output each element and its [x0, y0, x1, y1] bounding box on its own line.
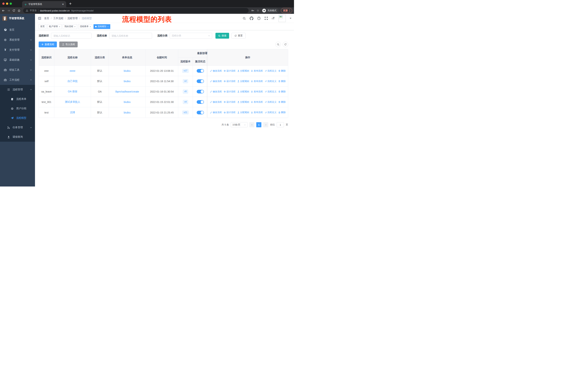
- process-name-link[interactable]: OA 请假: [68, 90, 77, 93]
- avatar-caret-icon[interactable]: [290, 18, 292, 20]
- reset-button[interactable]: 重置: [231, 33, 245, 39]
- tag-home[interactable]: 首页: [39, 24, 46, 29]
- sidebar-collapse-icon[interactable]: [38, 17, 41, 20]
- import-process-button[interactable]: 导入流程: [59, 41, 78, 47]
- form-info-link[interactable]: biubiu: [124, 111, 130, 114]
- publish-process-link[interactable]: 发布流程: [251, 90, 263, 93]
- process-name-link[interactable]: 自己审批: [67, 80, 78, 83]
- design-process-link[interactable]: 设计流程: [224, 111, 235, 114]
- process-definition-link[interactable]: 流程定义: [265, 111, 276, 114]
- bookmark-star-icon[interactable]: ☆: [257, 9, 259, 12]
- active-toggle[interactable]: [197, 80, 204, 83]
- tag-tenant[interactable]: 租户管理 ×: [47, 24, 62, 29]
- forward-icon[interactable]: [7, 9, 10, 12]
- form-info-link[interactable]: biubiu: [124, 80, 130, 83]
- publish-process-link[interactable]: 发布流程: [251, 101, 263, 104]
- avatar[interactable]: [279, 15, 286, 22]
- tag-process-form[interactable]: 流程表单 ×: [78, 24, 92, 29]
- home-icon[interactable]: [18, 9, 21, 12]
- version-badge[interactable]: v4: [183, 100, 188, 104]
- form-info-link[interactable]: /bpm/oa/leave/create: [115, 90, 139, 93]
- sidebar-item-process-form[interactable]: 流程表单: [0, 94, 35, 104]
- minimize-window-button[interactable]: [6, 2, 8, 5]
- close-icon[interactable]: ×: [59, 26, 60, 28]
- edit-process-link[interactable]: 修改流程: [210, 101, 222, 104]
- tab-close-icon[interactable]: ✕: [62, 3, 64, 6]
- security-label[interactable]: 不安全: [30, 9, 37, 12]
- process-definition-link[interactable]: 流程定义: [265, 90, 276, 93]
- assign-rule-link[interactable]: 分配规则: [237, 90, 249, 93]
- goto-page-input[interactable]: [277, 122, 284, 127]
- breadcrumb-home[interactable]: 首页: [44, 17, 49, 20]
- process-definition-link[interactable]: 流程定义: [265, 69, 276, 72]
- sidebar-item-infra[interactable]: 基础设施: [0, 55, 35, 65]
- assign-rule-link[interactable]: 分配规则: [237, 111, 249, 114]
- tag-my-process[interactable]: 我的流程 ×: [63, 24, 77, 29]
- search-button[interactable]: 搜索: [215, 33, 229, 39]
- publish-process-link[interactable]: 发布流程: [251, 69, 263, 72]
- process-definition-link[interactable]: 流程定义: [265, 101, 276, 104]
- sidebar-item-leave-query[interactable]: 请假查询: [0, 132, 35, 142]
- form-info-link[interactable]: biubiu: [124, 101, 130, 103]
- prev-page-button[interactable]: [249, 122, 254, 127]
- tag-process-model[interactable]: 流程模型 ×: [94, 24, 110, 29]
- close-window-button[interactable]: [2, 2, 5, 5]
- assign-rule-link[interactable]: 分配规则: [237, 101, 249, 104]
- browser-menu-icon[interactable]: [289, 9, 290, 12]
- process-name-link[interactable]: eeee: [70, 69, 75, 72]
- version-badge[interactable]: v2: [183, 79, 188, 83]
- edit-process-link[interactable]: 修改流程: [210, 90, 222, 93]
- browser-update-button[interactable]: 更新: [281, 8, 292, 13]
- design-process-link[interactable]: 设计流程: [224, 69, 235, 72]
- publish-process-link[interactable]: 发布流程: [251, 111, 263, 114]
- delete-process-link[interactable]: 删除: [278, 80, 286, 83]
- process-definition-link[interactable]: 流程定义: [265, 80, 276, 83]
- page-size-select[interactable]: 10条/页: [231, 122, 248, 127]
- version-badge[interactable]: v21: [182, 111, 189, 115]
- process-key-input[interactable]: [51, 33, 92, 39]
- design-process-link[interactable]: 设计流程: [224, 90, 235, 93]
- sidebar-item-workflow[interactable]: 工作流程: [0, 75, 35, 85]
- close-icon[interactable]: ×: [90, 26, 91, 28]
- new-tab-button[interactable]: +: [69, 1, 72, 6]
- process-category-select[interactable]: 流程分类: [170, 33, 212, 39]
- close-icon[interactable]: ×: [74, 26, 75, 28]
- edit-process-link[interactable]: 修改流程: [210, 69, 222, 72]
- active-toggle[interactable]: [197, 90, 204, 93]
- github-icon[interactable]: [250, 17, 253, 20]
- reload-icon[interactable]: [12, 9, 15, 12]
- form-info-link[interactable]: biubiu: [124, 69, 130, 72]
- breadcrumb-workflow[interactable]: 工作流程: [53, 17, 63, 20]
- sidebar-item-process-mgmt[interactable]: 流程管理: [0, 85, 35, 94]
- delete-process-link[interactable]: 删除: [278, 69, 286, 72]
- sidebar-item-task-mgmt[interactable]: 任务管理: [0, 123, 35, 132]
- assign-rule-link[interactable]: 分配规则: [237, 80, 249, 83]
- refresh-table-button[interactable]: [283, 42, 288, 47]
- show-search-button[interactable]: [275, 42, 281, 47]
- sidebar-item-devtools[interactable]: 研发工具: [0, 65, 35, 75]
- fullscreen-icon[interactable]: [264, 17, 268, 20]
- sidebar-item-user-group[interactable]: 用户分组: [0, 104, 35, 113]
- process-name-link[interactable]: 测试多审批人: [65, 100, 80, 104]
- sidebar-item-home[interactable]: 首页: [0, 25, 35, 35]
- help-icon[interactable]: [257, 17, 261, 20]
- active-toggle[interactable]: [197, 111, 204, 114]
- sidebar-item-system[interactable]: 系统管理: [0, 35, 35, 45]
- next-page-button[interactable]: [263, 122, 268, 127]
- browser-tab[interactable]: 芋道管理系统 ✕: [22, 1, 66, 7]
- process-name-input[interactable]: [109, 33, 152, 39]
- version-badge[interactable]: v5: [183, 90, 188, 94]
- create-process-button[interactable]: 新建流程: [39, 41, 57, 47]
- edit-process-link[interactable]: 修改流程: [210, 80, 222, 83]
- font-size-icon[interactable]: TT: [272, 17, 275, 20]
- version-badge[interactable]: v17: [182, 69, 189, 73]
- delete-process-link[interactable]: 删除: [278, 90, 286, 93]
- publish-process-link[interactable]: 发布流程: [251, 80, 263, 83]
- assign-rule-link[interactable]: 分配规则: [237, 69, 249, 72]
- back-icon[interactable]: [2, 9, 5, 12]
- delete-process-link[interactable]: 删除: [278, 101, 286, 104]
- breadcrumb-process-mgmt[interactable]: 流程管理: [67, 17, 78, 20]
- design-process-link[interactable]: 设计流程: [224, 101, 235, 104]
- password-key-icon[interactable]: [251, 9, 254, 12]
- sidebar-item-payment[interactable]: ¥ 支付管理: [0, 45, 35, 55]
